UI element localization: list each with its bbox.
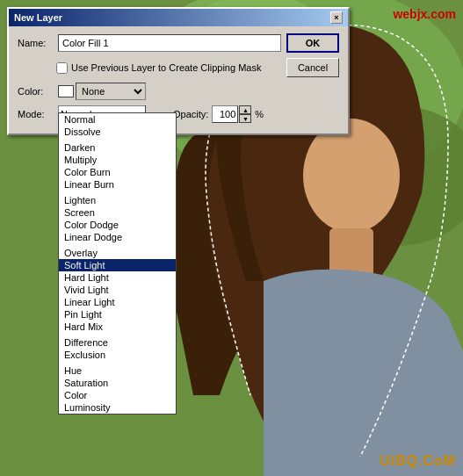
mode-label: Mode: bbox=[18, 109, 53, 119]
dropdown-item-color-burn[interactable]: Color Burn bbox=[59, 166, 176, 178]
dropdown-item-luminosity[interactable]: Luminosity bbox=[59, 401, 176, 414]
dropdown-item-linear-dodge[interactable]: Linear Dodge bbox=[59, 231, 176, 243]
dialog-title: New Layer bbox=[14, 12, 62, 23]
watermark-top: webjx.com bbox=[393, 7, 456, 21]
dropdown-item-hard-light[interactable]: Hard Light bbox=[59, 271, 176, 284]
color-swatch bbox=[58, 85, 74, 97]
dropdown-item-hard-mix[interactable]: Hard Mix bbox=[59, 321, 176, 333]
opacity-increment-button[interactable]: ▲ bbox=[239, 105, 251, 114]
dropdown-item-normal[interactable]: Normal bbox=[59, 113, 176, 126]
dropdown-item-lighten[interactable]: Lighten bbox=[59, 194, 176, 206]
color-select[interactable]: None Red Orange Yellow Green Blue bbox=[76, 83, 146, 100]
dropdown-item-screen[interactable]: Screen bbox=[59, 206, 176, 219]
dropdown-item-overlay[interactable]: Overlay bbox=[59, 247, 176, 259]
dropdown-item-color-dodge[interactable]: Color Dodge bbox=[59, 219, 176, 231]
opacity-decrement-button[interactable]: ▼ bbox=[239, 114, 251, 123]
dropdown-item-soft-light[interactable]: Soft Light bbox=[59, 259, 176, 271]
name-input[interactable] bbox=[58, 34, 281, 52]
dropdown-item-pin-light[interactable]: Pin Light bbox=[59, 308, 176, 321]
color-label: Color: bbox=[18, 86, 53, 97]
dropdown-item-darken[interactable]: Darken bbox=[59, 141, 176, 154]
dropdown-item-multiply[interactable]: Multiply bbox=[59, 154, 176, 166]
opacity-label: Opacity: bbox=[173, 109, 208, 119]
opacity-input[interactable] bbox=[212, 105, 238, 123]
dropdown-item-hue[interactable]: Hue bbox=[59, 364, 176, 377]
dropdown-item-linear-burn[interactable]: Linear Burn bbox=[59, 178, 176, 191]
close-button[interactable]: × bbox=[330, 11, 343, 24]
dropdown-item-exclusion[interactable]: Exclusion bbox=[59, 349, 176, 361]
dropdown-item-vivid-light[interactable]: Vivid Light bbox=[59, 284, 176, 296]
color-select-wrapper: None Red Orange Yellow Green Blue bbox=[76, 83, 146, 100]
clipping-mask-checkbox[interactable] bbox=[56, 62, 68, 74]
name-row: Name: OK bbox=[18, 33, 339, 53]
dropdown-item-saturation[interactable]: Saturation bbox=[59, 377, 176, 389]
dropdown-item-linear-light[interactable]: Linear Light bbox=[59, 296, 176, 308]
dialog-titlebar: New Layer × bbox=[9, 9, 348, 26]
percent-label: % bbox=[255, 109, 264, 119]
mode-dropdown-list: Normal Dissolve Darken Multiply Color Bu… bbox=[58, 112, 177, 415]
svg-point-5 bbox=[303, 119, 400, 233]
ok-button[interactable]: OK bbox=[286, 33, 339, 53]
dropdown-item-difference[interactable]: Difference bbox=[59, 336, 176, 349]
watermark-bottom: UiBQ.CoM bbox=[380, 453, 456, 469]
opacity-stepper: ▲ ▼ bbox=[239, 105, 251, 123]
dropdown-item-color[interactable]: Color bbox=[59, 389, 176, 401]
cancel-button[interactable]: Cancel bbox=[286, 58, 339, 77]
opacity-section: Opacity: ▲ ▼ % bbox=[173, 105, 264, 123]
name-label: Name: bbox=[18, 38, 53, 48]
color-row: Color: None Red Orange Yellow Green Blue bbox=[18, 83, 339, 100]
close-icon: × bbox=[334, 13, 338, 22]
new-layer-dialog: New Layer × Name: OK Use Previous Layer … bbox=[7, 7, 350, 135]
dropdown-item-dissolve[interactable]: Dissolve bbox=[59, 126, 176, 138]
clipping-mask-label: Use Previous Layer to Create Clipping Ma… bbox=[71, 62, 261, 73]
clipping-mask-row: Use Previous Layer to Create Clipping Ma… bbox=[56, 58, 339, 77]
